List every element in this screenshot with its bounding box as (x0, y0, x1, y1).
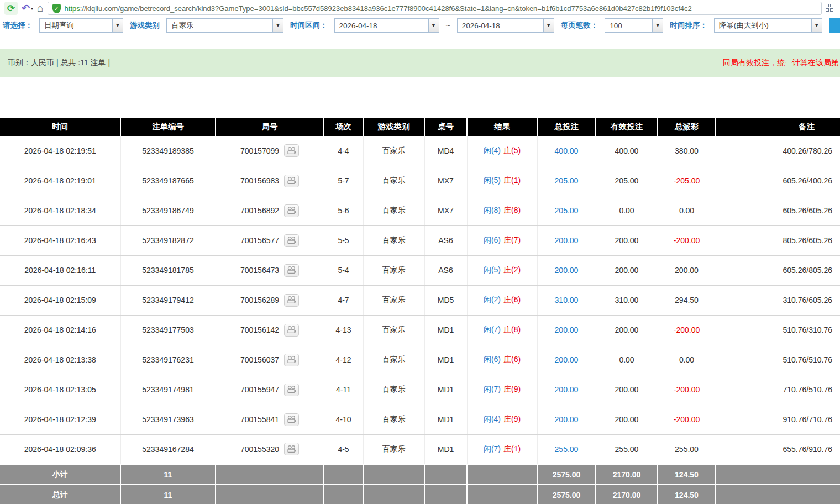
cell-time: 2026-04-18 02:15:09 (0, 285, 120, 315)
round-number: 700155841 (240, 415, 279, 424)
cell-session: 5-4 (324, 255, 363, 285)
cell-table-code: MX7 (424, 166, 467, 196)
video-replay-icon[interactable] (284, 204, 299, 217)
cell-valid-bet: 255.00 (596, 434, 658, 464)
sort-order-select[interactable]: 降幂(由大到小) ▼ (714, 18, 822, 33)
cell-payout: 200.00 (658, 255, 716, 285)
date-from-select[interactable]: 2026-04-18 ▼ (334, 18, 439, 33)
result-player: 闲(6) (484, 235, 501, 244)
video-replay-icon[interactable] (284, 324, 299, 337)
total-count: 11 (120, 485, 216, 504)
cell-bet-id: 523349177503 (120, 315, 216, 345)
cell-time: 2026-04-18 02:18:34 (0, 196, 120, 225)
cell-result: 闲(8)庄(8) (467, 196, 537, 225)
video-replay-icon[interactable] (284, 175, 299, 187)
cell-table-code: MD1 (424, 405, 467, 434)
chevron-down-icon[interactable]: ▼ (428, 19, 439, 32)
page-size-value: 100 (605, 19, 652, 32)
video-replay-icon[interactable] (284, 264, 299, 277)
round-number: 700157099 (240, 146, 279, 155)
video-replay-icon[interactable] (284, 354, 299, 366)
cell-table-code: MD1 (424, 434, 467, 464)
cell-round-id: 700156289 (216, 285, 324, 315)
cell-valid-bet: 0.00 (596, 345, 658, 375)
subtotal-count: 11 (120, 464, 216, 485)
subtotal-valid-bet: 2170.00 (596, 464, 658, 485)
table-row: 2026-04-18 02:19:51 523349189385 7001570… (0, 136, 840, 166)
date-to-select[interactable]: 2026-04-18 ▼ (457, 18, 554, 33)
result-player: 闲(7) (484, 444, 501, 453)
bet-records-table: 时间注单编号局号场次游戏类别桌号结果总投注有效投注总派彩备注 2026-04-1… (0, 118, 840, 504)
cell-valid-bet: 200.00 (596, 315, 658, 345)
result-banker: 庄(8) (503, 325, 521, 334)
video-replay-icon[interactable] (284, 294, 299, 307)
chevron-down-icon[interactable]: ▼ (652, 19, 663, 32)
cell-payout: 0.00 (658, 345, 716, 375)
cell-total-bet: 400.00 (537, 136, 596, 166)
round-number: 700156983 (240, 176, 279, 185)
cell-game-type: 百家乐 (363, 166, 424, 196)
round-number: 700155320 (240, 445, 279, 454)
cell-round-id: 700156142 (216, 315, 324, 345)
undo-dropdown-caret-icon[interactable]: ▾ (31, 6, 33, 11)
chevron-down-icon[interactable]: ▼ (272, 19, 283, 32)
chevron-down-icon[interactable]: ▼ (811, 19, 822, 32)
cell-payout: 255.00 (658, 434, 716, 464)
summary-bar: 币别：人民币 | 总共 :11 注单 | 同局有效投注，统一计算在该局第 (0, 49, 840, 77)
round-number: 700156142 (240, 326, 279, 334)
game-type-select[interactable]: 百家乐 ▼ (166, 18, 284, 33)
cell-remark: 510.76/310.76 (716, 315, 840, 345)
table-row: 2026-04-18 02:18:34 523349186749 7001568… (0, 196, 840, 225)
table-row: 2026-04-18 02:19:01 523349187665 7001569… (0, 166, 840, 196)
address-bar[interactable]: ✓ https://kiqiiu.com/game/betrecord_sear… (48, 2, 822, 15)
chevron-down-icon[interactable]: ▼ (543, 19, 554, 32)
video-replay-icon[interactable] (284, 144, 299, 157)
chevron-down-icon[interactable]: ▼ (112, 19, 123, 32)
result-banker: 庄(9) (503, 414, 521, 423)
page-size-select[interactable]: 100 ▼ (605, 18, 663, 33)
search-button[interactable]: 查询 (829, 18, 840, 33)
cell-remark: 510.76/510.76 (716, 345, 840, 375)
query-type-select[interactable]: 日期查询 ▼ (39, 18, 123, 33)
cell-round-id: 700156577 (216, 225, 324, 255)
result-player: 闲(5) (484, 176, 501, 185)
browser-toolbar: ⟳ ↶ ▾ ⌂ ✓ https://kiqiiu.com/game/betrec… (0, 0, 840, 17)
cell-game-type: 百家乐 (363, 375, 424, 405)
cell-remark: 605.26/400.26 (716, 166, 840, 196)
result-banker: 庄(2) (503, 265, 521, 274)
video-replay-icon[interactable] (284, 413, 299, 426)
column-header-9: 总派彩 (658, 118, 716, 136)
cell-session: 4-13 (324, 315, 363, 345)
total-valid-bet: 2170.00 (596, 485, 658, 504)
reload-icon[interactable]: ⟳ (4, 2, 18, 15)
cell-valid-bet: 0.00 (596, 196, 658, 225)
cell-result: 闲(2)庄(6) (467, 285, 537, 315)
column-header-1: 注单编号 (120, 118, 216, 136)
video-replay-icon[interactable] (284, 234, 299, 247)
cell-result: 闲(7)庄(9) (467, 375, 537, 405)
cell-remark: 655.76/910.76 (716, 434, 840, 464)
cell-game-type: 百家乐 (363, 225, 424, 255)
cell-table-code: AS6 (424, 225, 467, 255)
video-replay-icon[interactable] (284, 384, 299, 396)
game-type-value: 百家乐 (167, 19, 272, 32)
back-undo-control[interactable]: ↶ ▾ (22, 2, 33, 14)
result-player: 闲(6) (484, 355, 501, 364)
url-body: ://kiqiiu.com/game/betrecord_search/kind… (80, 4, 692, 13)
cell-game-type: 百家乐 (363, 285, 424, 315)
currency-total-text: 币别：人民币 | 总共 :11 注单 | (8, 58, 110, 68)
undo-arrow-icon[interactable]: ↶ (22, 2, 30, 14)
cell-session: 4-5 (324, 434, 363, 464)
home-icon[interactable]: ⌂ (37, 2, 43, 14)
result-player: 闲(4) (484, 414, 501, 423)
apps-grid-icon[interactable] (826, 4, 834, 13)
cell-remark: 310.76/605.26 (716, 285, 840, 315)
cell-bet-id: 523349182872 (120, 225, 216, 255)
cell-result: 闲(5)庄(1) (467, 166, 537, 196)
video-replay-icon[interactable] (284, 443, 299, 455)
total-row: 总计 11 2575.00 2170.00 124.50 (0, 485, 840, 504)
cell-game-type: 百家乐 (363, 405, 424, 434)
url-text[interactable]: https://kiqiiu.com/game/betrecord_search… (65, 4, 692, 13)
cell-bet-id: 523349167284 (120, 434, 216, 464)
total-payout: 124.50 (658, 485, 716, 504)
